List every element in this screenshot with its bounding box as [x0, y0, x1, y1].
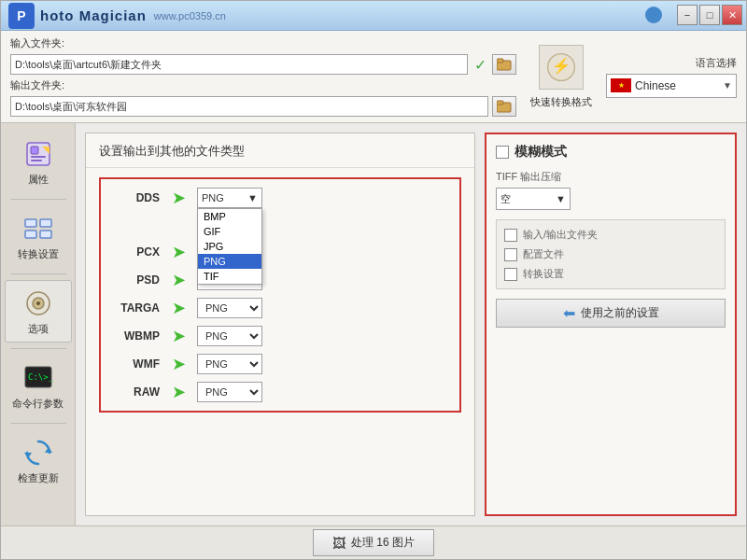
option-checkbox-3[interactable]: [504, 268, 517, 281]
maximize-button[interactable]: □: [699, 5, 720, 25]
svg-rect-9: [31, 160, 42, 161]
option-checkbox-1[interactable]: [504, 229, 517, 242]
restore-button[interactable]: ⬅ 使用之前的设置: [496, 299, 726, 328]
mock-mode-checkbox[interactable]: [496, 146, 509, 159]
sidebar-label-cmdline: 命令行参数: [12, 397, 63, 411]
svg-rect-12: [25, 231, 36, 238]
arrow-icon-raw: ➤: [167, 382, 190, 402]
quick-convert-area: ⚡ 快速转换格式: [524, 45, 599, 109]
format-targa-label: TARGA: [108, 301, 160, 315]
close-button[interactable]: ✕: [722, 5, 742, 25]
format-psd-label: PSD: [108, 273, 160, 287]
wbmp-select[interactable]: PNG: [197, 326, 262, 346]
option-checkbox-2[interactable]: [504, 248, 517, 261]
option-tif[interactable]: TIF: [198, 269, 261, 284]
option-row-1: 输入/输出文件夹: [504, 228, 717, 242]
sidebar-item-options[interactable]: 选项: [5, 280, 72, 343]
svg-rect-7: [31, 147, 38, 154]
toolbar: 输入文件夹: ✓ 输出文件夹:: [1, 31, 746, 123]
restore-label: 使用之前的设置: [581, 305, 659, 321]
sidebar-item-convert-settings[interactable]: 转换设置: [5, 205, 72, 268]
language-select[interactable]: ★ Chinese ▼: [606, 74, 737, 98]
dds-dropdown-trigger[interactable]: PNG ▼: [197, 188, 262, 208]
svg-rect-11: [25, 219, 36, 227]
process-button[interactable]: 🖼 处理 16 图片: [313, 529, 434, 556]
format-dds-label: DDS: [108, 191, 160, 204]
input-browse-button[interactable]: [492, 54, 516, 75]
format-table: DDS ➤ PNG ▼ BMP GIF JPG: [86, 168, 474, 422]
convert-settings-icon: [21, 212, 55, 245]
option-row-2: 配置文件: [504, 247, 717, 261]
lang-name: Chinese: [635, 79, 719, 92]
option-label-1: 输入/输出文件夹: [523, 228, 598, 242]
sidebar-divider-4: [10, 423, 66, 424]
tiff-label: TIFF 输出压缩: [496, 170, 726, 184]
wmf-select[interactable]: PNG: [197, 354, 262, 374]
raw-select[interactable]: PNG: [197, 382, 262, 402]
sidebar: 属性 转换设置: [1, 123, 76, 525]
arrow-icon-psd: ➤: [167, 270, 190, 290]
left-panel: 设置输出到其他的文件类型 DDS ➤ PNG ▼: [85, 133, 475, 516]
option-jpg[interactable]: JPG: [198, 239, 261, 254]
tiff-section: TIFF 输出压缩 空 ▼: [496, 170, 726, 210]
app-logo: P: [8, 3, 35, 29]
lang-dropdown-arrow: ▼: [723, 80, 732, 91]
table-row: PCX ➤ PNG: [108, 241, 452, 263]
panel-title: 设置输出到其他的文件类型: [86, 133, 474, 168]
dds-dropdown[interactable]: PNG ▼ BMP GIF JPG PNG TIF: [197, 188, 262, 208]
sidebar-divider-3: [10, 348, 66, 349]
dds-arrow: ▼: [247, 192, 258, 203]
app-title: hoto Magician: [40, 7, 147, 23]
tiff-select[interactable]: 空 ▼: [496, 188, 571, 210]
output-label: 输出文件夹:: [10, 78, 64, 92]
quick-convert-button[interactable]: ⚡: [539, 45, 584, 90]
svg-text:⚡: ⚡: [552, 55, 571, 75]
input-field-row: ✓: [10, 54, 516, 75]
sidebar-item-check-update[interactable]: 检查更新: [5, 429, 72, 492]
input-path-field[interactable]: [10, 54, 468, 75]
sidebar-divider-1: [10, 199, 66, 200]
options-icon: [21, 287, 55, 320]
svg-point-17: [36, 301, 40, 305]
tiff-arrow: ▼: [556, 193, 566, 204]
svg-rect-8: [31, 156, 46, 158]
watermark-text: www.pc0359.cn: [154, 10, 226, 21]
mock-mode-row: 模糊模式: [496, 144, 726, 161]
svg-rect-13: [40, 219, 51, 227]
option-png[interactable]: PNG: [198, 254, 261, 269]
process-label: 处理 16 图片: [351, 535, 415, 551]
svg-rect-3: [497, 101, 503, 105]
arrow-icon-wbmp: ➤: [167, 326, 190, 346]
window-controls: − □ ✕: [677, 5, 742, 25]
check-update-icon: [21, 436, 55, 469]
option-bmp[interactable]: BMP: [198, 209, 261, 224]
sidebar-label-properties: 属性: [28, 173, 49, 187]
option-row-3: 转换设置: [504, 267, 717, 281]
arrow-icon-wmf: ➤: [167, 354, 190, 374]
sidebar-item-cmdline[interactable]: C:\>_ 命令行参数: [5, 355, 72, 417]
table-row: PSD ➤ PNG: [108, 269, 452, 291]
info-icon[interactable]: [645, 7, 662, 23]
output-browse-button[interactable]: [492, 96, 516, 117]
sidebar-label-options: 选项: [28, 322, 49, 336]
svg-marker-21: [24, 453, 32, 458]
mock-mode-label: 模糊模式: [514, 144, 567, 161]
svg-rect-14: [40, 231, 51, 238]
input-row: 输入文件夹:: [10, 36, 516, 50]
bottom-bar: 🖼 处理 16 图片: [1, 525, 746, 559]
format-raw-label: RAW: [108, 385, 160, 399]
output-path-field[interactable]: [10, 96, 488, 117]
flag-star: ★: [618, 81, 625, 90]
sidebar-label-convert-settings: 转换设置: [18, 247, 59, 261]
option-gif[interactable]: GIF: [198, 224, 261, 239]
content-area: 设置输出到其他的文件类型 DDS ➤ PNG ▼: [76, 123, 746, 525]
table-row: WMF ➤ PNG: [108, 353, 452, 375]
table-row: DDS ➤ PNG ▼ BMP GIF JPG: [108, 187, 452, 209]
minimize-button[interactable]: −: [677, 5, 698, 25]
sidebar-item-properties[interactable]: 属性: [5, 131, 72, 193]
table-row: RAW ➤ PNG: [108, 381, 452, 403]
targa-select[interactable]: PNG: [197, 298, 262, 318]
format-box: DDS ➤ PNG ▼ BMP GIF JPG: [99, 177, 461, 413]
language-area: 语言选择 ★ Chinese ▼: [606, 56, 737, 98]
table-row: TARGA ➤ PNG: [108, 297, 452, 319]
